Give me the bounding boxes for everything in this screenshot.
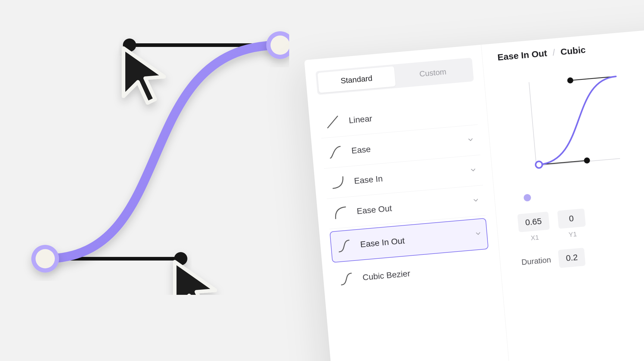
chevron-down-icon bbox=[475, 230, 482, 239]
breadcrumb-separator: / bbox=[552, 47, 555, 57]
ease-in-curve-icon bbox=[330, 175, 346, 190]
cursor-icon bbox=[123, 48, 164, 103]
bezier-anchor-end[interactable] bbox=[266, 31, 289, 59]
bezier-graph[interactable] bbox=[513, 62, 630, 173]
bezier-anchor-start[interactable] bbox=[31, 245, 59, 273]
ease-in-out-curve-icon bbox=[336, 238, 352, 254]
tab-label: Standard bbox=[340, 74, 373, 85]
tab-label: Custom bbox=[419, 67, 447, 79]
cubic-bezier-curve-icon bbox=[339, 271, 354, 287]
easing-label: Ease Out bbox=[356, 204, 392, 216]
chevron-down-icon bbox=[473, 197, 479, 205]
bezier-params: 0.65 X1 0 Y1 bbox=[517, 196, 644, 243]
easing-label: Ease In Out bbox=[360, 236, 405, 249]
easing-editor-column: Ease In Out / Cubic bbox=[481, 23, 644, 361]
breadcrumb: Ease In Out / Cubic bbox=[497, 33, 644, 63]
cursor-icon bbox=[175, 262, 215, 295]
param-x1-label: X1 bbox=[530, 233, 539, 242]
svg-line-4 bbox=[327, 116, 339, 128]
param-x1: 0.65 X1 bbox=[517, 211, 550, 243]
param-x1-value[interactable]: 0.65 bbox=[517, 211, 549, 232]
easing-label: Ease bbox=[351, 144, 371, 156]
param-y1-value[interactable]: 0 bbox=[557, 208, 586, 229]
duration-label: Duration bbox=[521, 255, 552, 267]
graph-control-point-2[interactable] bbox=[567, 77, 574, 84]
easing-label: Linear bbox=[349, 114, 373, 125]
svg-point-1 bbox=[36, 249, 55, 268]
easing-label: Cubic Bezier bbox=[362, 269, 411, 282]
svg-point-3 bbox=[270, 35, 289, 55]
easing-label: Ease In bbox=[354, 174, 383, 186]
hero-bezier-illustration bbox=[18, 24, 289, 295]
breadcrumb-group: Ease In Out bbox=[497, 48, 547, 62]
tab-custom[interactable]: Custom bbox=[394, 60, 472, 86]
easing-panel: Standard Custom Linear Ease bbox=[304, 23, 644, 361]
linear-curve-icon bbox=[325, 114, 340, 130]
ease-out-curve-icon bbox=[333, 205, 349, 221]
graph-anchor-start[interactable] bbox=[535, 161, 542, 168]
chevron-down-icon bbox=[467, 137, 474, 145]
chevron-down-icon bbox=[470, 167, 477, 175]
progress-indicator-dot bbox=[524, 194, 531, 202]
graph-curve bbox=[532, 76, 623, 165]
ease-curve-icon bbox=[327, 144, 343, 160]
breadcrumb-variant: Cubic bbox=[560, 45, 586, 57]
easing-tabs: Standard Custom bbox=[315, 57, 474, 95]
param-y1: 0 Y1 bbox=[557, 208, 586, 239]
tab-standard[interactable]: Standard bbox=[317, 66, 395, 93]
param-y1-label: Y1 bbox=[568, 230, 577, 239]
graph-control-point-1[interactable] bbox=[584, 157, 590, 164]
easing-list-column: Standard Custom Linear Ease bbox=[304, 45, 513, 361]
duration-value[interactable]: 0.2 bbox=[558, 248, 586, 268]
